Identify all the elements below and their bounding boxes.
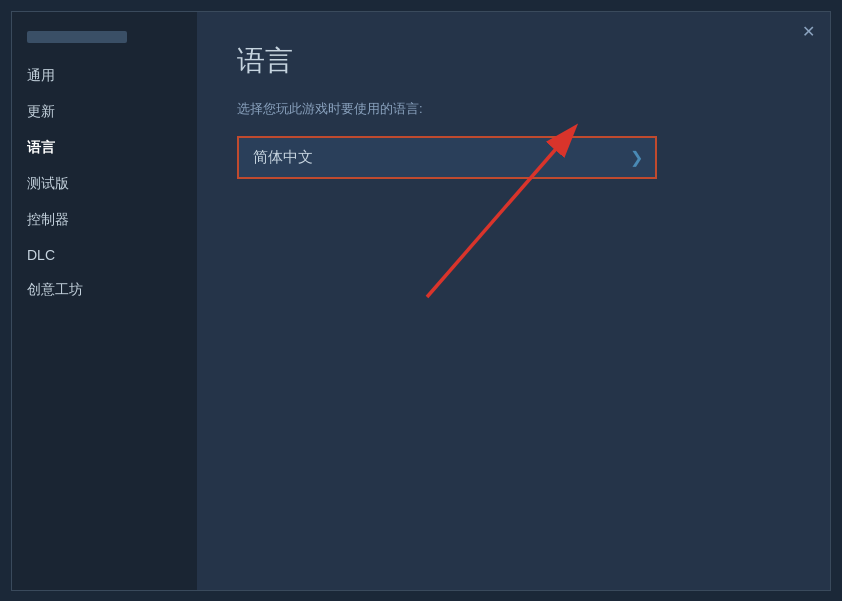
sidebar-label-controller: 控制器 [27,211,69,227]
sidebar-item-dlc[interactable]: DLC [12,238,197,272]
game-title [12,22,197,58]
language-dropdown[interactable]: 简体中文 ❯ [237,136,657,179]
dialog-inner: 通用 更新 语言 测试版 控制器 DLC 创意工坊 语言 选择您玩 [12,12,830,590]
sidebar-label-betas: 测试版 [27,175,69,191]
sidebar-item-language[interactable]: 语言 [12,130,197,166]
close-button[interactable]: ✕ [796,20,820,44]
sidebar-item-betas[interactable]: 测试版 [12,166,197,202]
page-title: 语言 [237,42,790,80]
sidebar-label-updates: 更新 [27,103,55,119]
sidebar-label-language: 语言 [27,139,55,155]
sidebar-label-dlc: DLC [27,247,55,263]
language-selected-value: 简体中文 [253,148,313,167]
language-subtitle: 选择您玩此游戏时要使用的语言: [237,100,790,118]
sidebar: 通用 更新 语言 测试版 控制器 DLC 创意工坊 [12,12,197,590]
sidebar-label-workshop: 创意工坊 [27,281,83,297]
sidebar-item-workshop[interactable]: 创意工坊 [12,272,197,308]
chevron-down-icon: ❯ [630,148,643,167]
sidebar-item-general[interactable]: 通用 [12,58,197,94]
language-dropdown-container: 简体中文 ❯ [237,136,657,179]
dialog: ✕ 通用 更新 语言 测试版 控制器 DLC [11,11,831,591]
main-content: 语言 选择您玩此游戏时要使用的语言: 简体中文 ❯ [197,12,830,590]
sidebar-label-general: 通用 [27,67,55,83]
sidebar-item-updates[interactable]: 更新 [12,94,197,130]
close-icon: ✕ [802,22,815,41]
sidebar-item-controller[interactable]: 控制器 [12,202,197,238]
